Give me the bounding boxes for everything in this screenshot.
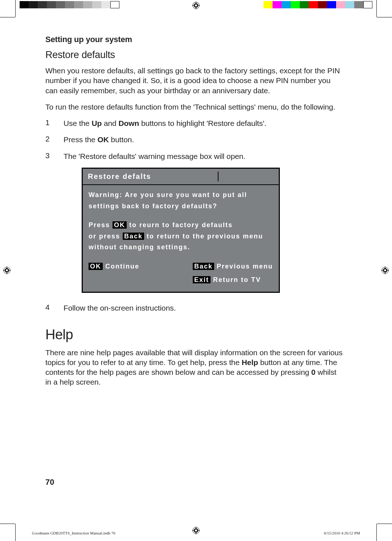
crop-mark [376,0,377,17]
crop-mark [0,524,15,524]
footer-filename: Goodmans GDB20TTS_Instruction Manual.ind… [32,531,115,535]
page-number: 70 [45,478,54,487]
subheading: Restore defaults [45,49,343,61]
step-number: 1 [45,118,64,128]
paragraph: There are nine help pages available that… [45,348,343,387]
swatch [29,1,38,8]
step-number: 4 [45,303,64,313]
osd-back-key-icon: Back [123,233,144,240]
swatch [309,1,318,8]
registration-mark-icon [381,266,389,274]
osd-dialog-screenshot: Restore defalts Warning: Are you sure yo… [82,168,280,293]
svg-point-4 [195,4,197,7]
osd-ok-key-icon: OK [89,263,103,270]
text: to reurn to factory defaults [127,221,233,229]
swatch [264,1,273,8]
crop-mark [377,524,392,524]
text: and [102,119,118,127]
text: Continue [103,263,139,270]
crop-mark [377,17,392,17]
registration-mark-icon [3,266,11,274]
step-text: Use the Up and Down buttons to highlight… [64,118,266,128]
swatch [363,1,372,8]
bold-text: 0 [311,368,316,376]
osd-footer-left: OK Continue [89,261,139,285]
osd-dialog-body: Warning: Are you sure you want to put al… [83,185,279,292]
text: Previous menu [214,263,273,270]
osd-dialog-title-bar: Restore defalts [83,169,279,185]
text: or press [89,233,123,240]
crop-mark [0,17,15,17]
paragraph: To run the restore defaults function fro… [45,102,343,112]
step-number: 3 [45,151,64,161]
swatch [291,1,300,8]
step-text: Press the OK button. [64,135,134,144]
registration-mark-icon [192,1,200,9]
step-text: Follow the on-screen instructions. [64,303,176,313]
text: Press the [64,135,98,144]
grayscale-swatches [20,1,119,8]
swatch [65,1,74,8]
text: Return to TV [211,276,261,283]
osd-exit-line: Exit Return to TV [193,274,273,286]
footer-timestamp: 6/15/2010 4:26:52 PM [324,531,360,535]
swatch [101,1,110,8]
swatch [110,1,119,8]
text: Use the [64,119,91,127]
swatch [38,1,47,8]
steps-list: 1 Use the Up and Down buttons to highlig… [45,118,343,161]
osd-dialog-title: Restore defalts [88,172,219,181]
bold-text: Up [91,119,102,127]
step-text: The 'Restore defaults' warning message b… [64,151,245,161]
osd-exit-key-icon: Exit [193,276,211,283]
swatch [327,1,336,8]
step-row: 3 The 'Restore defaults' warning message… [45,151,343,161]
osd-back-line: Back Previous menu [193,261,273,272]
section-heading: Setting up your system [45,35,343,44]
step-row: 4 Follow the on-screen instructions. [45,303,343,313]
text: button. [109,135,134,144]
swatch [83,1,92,8]
osd-continue-line: OK Continue [89,261,139,272]
swatch [345,1,354,8]
swatch [354,1,363,8]
osd-footer-right: Back Previous menu Exit Return to TV [193,261,273,285]
step-number: 2 [45,135,64,144]
osd-instruction-text: Press OK to reurn to factory defaults or… [89,220,273,253]
bold-text: Help [242,358,258,366]
crop-mark [15,0,16,17]
osd-warning-text: Warning: Are you sure you want to put al… [89,189,273,212]
svg-point-19 [384,269,386,271]
swatch [47,1,56,8]
osd-ok-key-icon: OK [113,221,127,229]
bold-text: Down [118,119,139,127]
swatch [318,1,327,8]
swatch [282,1,291,8]
swatch [20,1,29,8]
step-row: 1 Use the Up and Down buttons to highlig… [45,118,343,128]
swatch [273,1,282,8]
heading-help: Help [45,327,343,343]
bold-text: OK [98,135,109,144]
osd-footer: OK Continue Back Previous menu Exit Retu… [89,261,273,285]
print-footer: Goodmans GDB20TTS_Instruction Manual.ind… [0,530,392,535]
svg-point-14 [6,269,8,271]
step-row: 2 Press the OK button. [45,135,343,144]
osd-back-key-icon: Back [193,263,214,270]
color-swatches [264,1,372,8]
swatch [56,1,65,8]
text: buttons to highlight 'Restore defaults'. [139,119,266,127]
paragraph: When you restore defaults, all settings … [45,66,343,95]
page-content: Setting up your system Restore defaults … [45,35,343,394]
swatch [92,1,101,8]
swatch [300,1,309,8]
swatch [336,1,345,8]
text: Press [89,221,113,229]
swatch [74,1,83,8]
